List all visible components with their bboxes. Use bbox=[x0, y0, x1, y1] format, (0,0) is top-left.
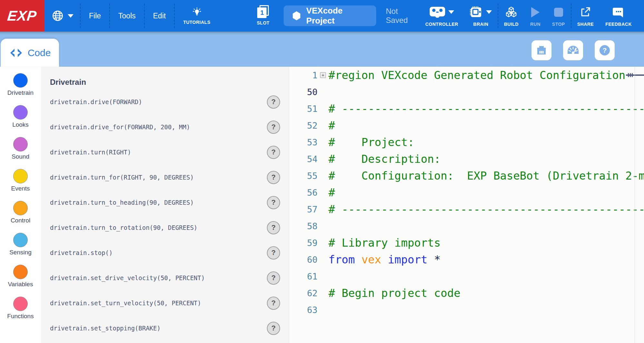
feedback-label: FEEDBACK bbox=[605, 22, 632, 27]
save-status: Not Saved bbox=[386, 7, 419, 25]
brain-label: BRAIN bbox=[473, 22, 488, 27]
command-row: drivetrain.drive_for(FORWARD, 200, MM)? bbox=[41, 114, 289, 140]
menu-tools[interactable]: Tools bbox=[110, 0, 144, 32]
sidebar-item-variables[interactable]: Variables bbox=[0, 265, 41, 288]
exp-logo-text: EXP bbox=[7, 8, 38, 24]
device-action-cluster: CONTROLLER bbox=[419, 0, 644, 32]
line-number: 52 bbox=[289, 121, 317, 131]
line-number: 54 bbox=[289, 154, 317, 164]
fold-column: + bbox=[317, 72, 328, 78]
lightbulb-icon bbox=[192, 7, 202, 17]
controller-button[interactable]: CONTROLLER bbox=[419, 0, 464, 32]
run-button[interactable]: RUN bbox=[524, 0, 546, 32]
category-label: Sound bbox=[12, 153, 29, 160]
code-brackets-icon bbox=[9, 48, 23, 58]
help-button[interactable]: ? bbox=[595, 40, 615, 60]
sidebar-item-looks[interactable]: Looks bbox=[0, 105, 41, 128]
editor-line: 60from vex import * bbox=[289, 251, 644, 268]
editor-line: 61 bbox=[289, 268, 644, 285]
command-snippet[interactable]: drivetrain.drive(FORWARD) bbox=[50, 98, 142, 105]
command-help-button[interactable]: ? bbox=[267, 121, 280, 134]
code-token: # bbox=[328, 186, 335, 199]
chevron-down-icon bbox=[486, 10, 492, 14]
brain-button[interactable]: BRAIN bbox=[464, 0, 498, 32]
slot-icon: 1 bbox=[257, 6, 269, 18]
code-token: # bbox=[328, 119, 335, 132]
collapsed-region-rule bbox=[626, 74, 644, 76]
code-editor[interactable]: 1+#region VEXcode Generated Robot Config… bbox=[289, 67, 644, 343]
code-token: # Library imports bbox=[328, 236, 441, 249]
palette-section-header: Drivetrain bbox=[50, 78, 289, 87]
tab-code[interactable]: Code bbox=[1, 39, 59, 67]
sidebar-item-control[interactable]: Control bbox=[0, 201, 41, 224]
sidebar-item-events[interactable]: Events bbox=[0, 169, 41, 192]
devices-button[interactable] bbox=[532, 40, 551, 60]
stop-button[interactable]: STOP bbox=[546, 0, 571, 32]
build-button[interactable]: BUILD bbox=[498, 0, 524, 32]
command-snippet[interactable]: drivetrain.turn(RIGHT) bbox=[50, 149, 131, 156]
sidebar-item-sound[interactable]: Sound bbox=[0, 137, 41, 160]
share-button[interactable]: SHARE bbox=[571, 0, 600, 32]
code-line-text: # --------------------------------------… bbox=[328, 203, 644, 216]
category-circle-icon bbox=[13, 265, 28, 279]
workspace: DrivetrainLooksSoundEventsControlSensing… bbox=[0, 67, 644, 343]
editor-scrollbar-rule[interactable] bbox=[635, 67, 635, 343]
editor-line: 58 bbox=[289, 218, 644, 234]
sidebar-item-functions[interactable]: Functions bbox=[0, 297, 41, 320]
command-help-button[interactable]: ? bbox=[267, 271, 280, 285]
command-snippet[interactable]: drivetrain.stop() bbox=[50, 249, 112, 256]
editor-line: 63 bbox=[289, 301, 644, 318]
command-help-button[interactable]: ? bbox=[267, 221, 280, 234]
command-help-button[interactable]: ? bbox=[267, 95, 280, 109]
command-row: drivetrain.turn_to_rotation(90, DEGREES)… bbox=[41, 215, 289, 240]
command-snippet[interactable]: drivetrain.drive_for(FORWARD, 200, MM) bbox=[50, 123, 190, 131]
line-number: 51 bbox=[289, 104, 317, 114]
sidebar-item-drivetrain[interactable]: Drivetrain bbox=[0, 73, 41, 96]
slot-label: SLOT bbox=[257, 20, 269, 25]
editor-line: 50 bbox=[289, 83, 644, 100]
category-label: Events bbox=[11, 185, 30, 192]
command-help-button[interactable]: ? bbox=[267, 171, 280, 184]
command-help-button[interactable]: ? bbox=[267, 297, 280, 310]
command-snippet[interactable]: drivetrain.turn_for(RIGHT, 90, DEGREES) bbox=[50, 174, 194, 181]
category-label: Functions bbox=[7, 313, 34, 320]
line-number: 57 bbox=[289, 204, 317, 214]
tab-code-label: Code bbox=[28, 47, 51, 58]
category-circle-icon bbox=[13, 201, 28, 215]
command-row: drivetrain.turn(RIGHT)? bbox=[41, 140, 289, 165]
category-circle-icon bbox=[13, 105, 28, 120]
fold-expand-icon[interactable]: + bbox=[320, 72, 326, 78]
command-help-button[interactable]: ? bbox=[267, 246, 280, 260]
sidebar-item-sensing[interactable]: Sensing bbox=[0, 233, 41, 256]
project-name-button[interactable]: VEXcode Project bbox=[284, 5, 376, 26]
command-snippet[interactable]: drivetrain.set_stopping(BRAKE) bbox=[50, 325, 161, 332]
command-help-button[interactable]: ? bbox=[267, 196, 280, 209]
command-help-button[interactable]: ? bbox=[267, 322, 280, 335]
menu-file[interactable]: File bbox=[81, 0, 109, 32]
slot-selector[interactable]: 1 SLOT bbox=[254, 0, 273, 32]
dashboard-button[interactable] bbox=[563, 40, 583, 60]
command-snippet[interactable]: drivetrain.turn_to_rotation(90, DEGREES) bbox=[50, 224, 198, 231]
code-line-text: # Project: bbox=[328, 136, 644, 149]
brain-icon bbox=[470, 6, 483, 18]
language-menu[interactable] bbox=[44, 0, 80, 32]
editor-line: 1+#region VEXcode Generated Robot Config… bbox=[289, 67, 644, 83]
command-snippet[interactable]: drivetrain.set_turn_velocity(50, PERCENT… bbox=[50, 299, 201, 307]
code-token: # Configuration: EXP BaseBot (Drivetrain… bbox=[328, 169, 644, 182]
command-help-button[interactable]: ? bbox=[267, 146, 280, 159]
editor-line: 62# Begin project code bbox=[289, 285, 644, 301]
category-circle-icon bbox=[13, 169, 28, 183]
feedback-button[interactable]: FEEDBACK bbox=[600, 0, 638, 32]
command-snippet[interactable]: drivetrain.set_drive_velocity(50, PERCEN… bbox=[50, 274, 205, 281]
stop-label: STOP bbox=[552, 22, 565, 27]
category-circle-icon bbox=[13, 73, 28, 88]
code-token: * bbox=[434, 253, 441, 266]
menu-edit[interactable]: Edit bbox=[145, 0, 174, 32]
chevron-down-icon bbox=[448, 10, 454, 14]
category-label: Looks bbox=[12, 121, 29, 128]
category-label: Sensing bbox=[9, 249, 32, 256]
tutorials-button[interactable]: TUTORIALS bbox=[175, 0, 219, 32]
editor-line: 53# Project: bbox=[289, 134, 644, 151]
command-snippet[interactable]: drivetrain.turn_to_heading(90, DEGREES) bbox=[50, 199, 194, 206]
code-token: from bbox=[328, 253, 355, 266]
